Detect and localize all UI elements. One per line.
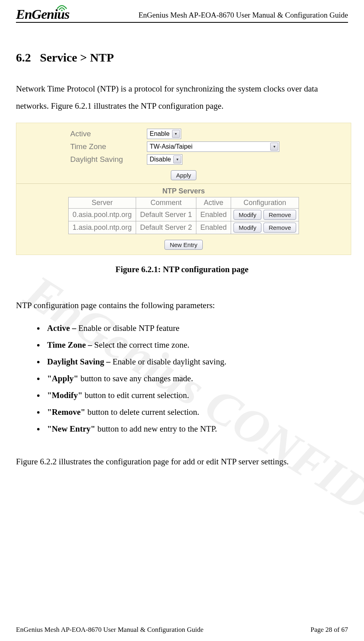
- modify-button[interactable]: Modify: [233, 210, 261, 220]
- label-active: Active: [70, 129, 142, 138]
- list-item: "Remove" button to delete current select…: [45, 404, 348, 420]
- cell-config: Modify Remove: [231, 208, 299, 221]
- table-row: 1.asia.pool.ntp.org Default Server 2 Ena…: [68, 221, 299, 234]
- list-item: Time Zone – Select the correct time zone…: [45, 336, 348, 353]
- chevron-down-icon[interactable]: ▾: [172, 130, 180, 138]
- list-item: Daylight Saving – Enable or disable dayl…: [45, 353, 348, 370]
- cell-comment: Default Server 1: [136, 208, 196, 221]
- select-daylight-value: Disable: [150, 156, 173, 163]
- section-heading: 6.2 Service > NTP: [16, 51, 348, 64]
- select-timezone[interactable]: TW-Asia/Taipei ▾: [147, 141, 279, 152]
- outro-paragraph: Figure 6.2.2 illustrates the configurati…: [16, 453, 348, 470]
- figure-caption: Figure 6.2.1: NTP configuration page: [16, 265, 348, 275]
- select-active[interactable]: Enable ▾: [147, 129, 181, 139]
- select-daylight[interactable]: Disable ▾: [147, 154, 182, 165]
- col-active: Active: [196, 197, 231, 208]
- label-timezone: Time Zone: [70, 142, 142, 151]
- params-intro: NTP configuration page contains the foll…: [16, 297, 348, 314]
- ntp-servers-title: NTP Servers: [16, 184, 351, 197]
- header-title: EnGenius Mesh AP-EOA-8670 User Manual & …: [138, 11, 348, 20]
- label-daylight: Daylight Saving: [70, 155, 142, 164]
- logo-text: EnGenius: [16, 9, 69, 20]
- ntp-servers-table: Server Comment Active Configuration 0.as…: [68, 197, 299, 234]
- params-list: Active – Enable or disable NTP feature T…: [45, 320, 348, 437]
- select-active-value: Enable: [150, 130, 172, 137]
- list-item: "Apply" button to save any changes made.: [45, 370, 348, 387]
- new-entry-button[interactable]: New Entry: [164, 240, 202, 250]
- cell-server: 0.asia.pool.ntp.org: [68, 208, 136, 221]
- footer-right: Page 28 of 67: [311, 626, 348, 634]
- cell-active: Enabled: [196, 221, 231, 234]
- footer-left: EnGenius Mesh AP-EOA-8670 User Manual & …: [16, 626, 204, 634]
- page-header: EnGenius EnGenius Mesh AP-EOA-8670 User …: [16, 0, 348, 23]
- form-row-daylight: Daylight Saving Disable ▾: [70, 154, 351, 165]
- form-row-active: Active Enable ▾: [70, 129, 351, 139]
- form-row-timezone: Time Zone TW-Asia/Taipei ▾: [70, 141, 351, 152]
- list-item: "New Entry" button to add new entry to t…: [45, 420, 348, 437]
- col-config: Configuration: [231, 197, 299, 208]
- chevron-down-icon[interactable]: ▾: [270, 143, 278, 151]
- page-footer: EnGenius Mesh AP-EOA-8670 User Manual & …: [16, 626, 348, 634]
- table-row: 0.asia.pool.ntp.org Default Server 1 Ena…: [68, 208, 299, 221]
- apply-button[interactable]: Apply: [171, 170, 196, 180]
- remove-button[interactable]: Remove: [263, 210, 296, 220]
- chevron-down-icon[interactable]: ▾: [173, 155, 181, 163]
- cell-server: 1.asia.pool.ntp.org: [68, 221, 136, 234]
- list-item: "Modify" button to edit current selectio…: [45, 387, 348, 404]
- intro-paragraph: Network Time Protocol (NTP) is a protoco…: [16, 80, 348, 115]
- figure-ntp-config: Active Enable ▾ Time Zone TW-Asia/Taipei…: [16, 123, 348, 275]
- cell-active: Enabled: [196, 208, 231, 221]
- cell-comment: Default Server 2: [136, 221, 196, 234]
- list-item: Active – Enable or disable NTP feature: [45, 320, 348, 336]
- select-timezone-value: TW-Asia/Taipei: [150, 143, 195, 150]
- cell-config: Modify Remove: [231, 221, 299, 234]
- config-panel: Active Enable ▾ Time Zone TW-Asia/Taipei…: [16, 123, 351, 255]
- col-server: Server: [68, 197, 136, 208]
- logo: EnGenius: [16, 4, 69, 20]
- modify-button[interactable]: Modify: [233, 223, 261, 233]
- section-number: 6.2: [16, 51, 31, 64]
- remove-button[interactable]: Remove: [263, 223, 296, 233]
- col-comment: Comment: [136, 197, 196, 208]
- section-title: Service > NTP: [40, 51, 114, 64]
